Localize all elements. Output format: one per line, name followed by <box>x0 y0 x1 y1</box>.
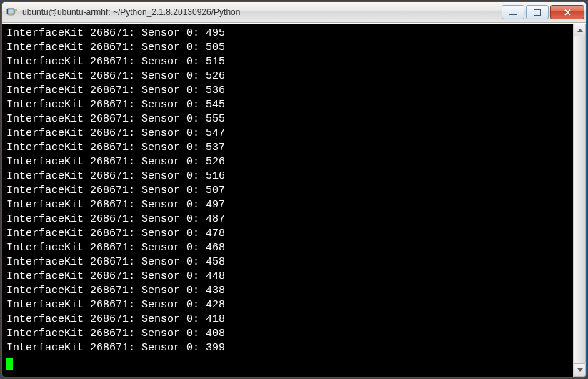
close-button[interactable]: ✕ <box>550 5 584 19</box>
terminal-line: InterfaceKit 268671: Sensor 0: 487 <box>6 212 569 227</box>
terminal-line: InterfaceKit 268671: Sensor 0: 555 <box>6 112 569 127</box>
terminal-line: InterfaceKit 268671: Sensor 0: 408 <box>6 327 569 341</box>
terminal-output[interactable]: InterfaceKit 268671: Sensor 0: 495Interf… <box>2 24 573 377</box>
terminal-line: InterfaceKit 268671: Sensor 0: 438 <box>6 284 569 298</box>
terminal-line: InterfaceKit 268671: Sensor 0: 468 <box>6 241 569 255</box>
titlebar[interactable]: ubuntu@ubuntu-armhf: ~/Python_2.1.8.2013… <box>2 2 586 23</box>
terminal-line: InterfaceKit 268671: Sensor 0: 536 <box>6 84 569 98</box>
scroll-track[interactable] <box>574 37 586 363</box>
terminal-line: InterfaceKit 268671: Sensor 0: 448 <box>6 270 569 284</box>
svg-rect-2 <box>9 14 12 16</box>
terminal-line: InterfaceKit 268671: Sensor 0: 495 <box>6 26 569 41</box>
terminal-line: InterfaceKit 268671: Sensor 0: 537 <box>6 141 569 155</box>
putty-window: ubuntu@ubuntu-armhf: ~/Python_2.1.8.2013… <box>1 1 587 378</box>
terminal-line: InterfaceKit 268671: Sensor 0: 526 <box>6 155 569 169</box>
svg-rect-1 <box>8 9 14 14</box>
client-area: InterfaceKit 268671: Sensor 0: 495Interf… <box>2 23 586 377</box>
scroll-down-button[interactable] <box>574 363 586 377</box>
terminal-line: InterfaceKit 268671: Sensor 0: 526 <box>6 69 569 84</box>
terminal-line: InterfaceKit 268671: Sensor 0: 478 <box>6 227 569 241</box>
terminal-line: InterfaceKit 268671: Sensor 0: 458 <box>6 255 569 270</box>
terminal-line: InterfaceKit 268671: Sensor 0: 428 <box>6 298 569 312</box>
terminal-line: InterfaceKit 268671: Sensor 0: 547 <box>6 127 569 141</box>
terminal-line: InterfaceKit 268671: Sensor 0: 507 <box>6 184 569 198</box>
terminal-line: InterfaceKit 268671: Sensor 0: 505 <box>6 41 569 55</box>
terminal-line: InterfaceKit 268671: Sensor 0: 545 <box>6 98 569 112</box>
vertical-scrollbar[interactable] <box>573 24 586 377</box>
minimize-button[interactable] <box>502 5 524 19</box>
window-title: ubuntu@ubuntu-armhf: ~/Python_2.1.8.2013… <box>22 7 500 17</box>
terminal-line: InterfaceKit 268671: Sensor 0: 516 <box>6 169 569 184</box>
svg-rect-3 <box>9 16 14 16</box>
scroll-thumb[interactable] <box>574 36 586 363</box>
maximize-button[interactable] <box>526 5 549 19</box>
terminal-cursor <box>6 358 13 370</box>
terminal-line: InterfaceKit 268671: Sensor 0: 399 <box>6 341 569 355</box>
terminal-line: InterfaceKit 268671: Sensor 0: 515 <box>6 55 569 69</box>
window-controls: ✕ <box>500 5 584 19</box>
terminal-line: InterfaceKit 268671: Sensor 0: 418 <box>6 312 569 327</box>
terminal-line: InterfaceKit 268671: Sensor 0: 497 <box>6 198 569 212</box>
app-icon <box>6 6 18 18</box>
